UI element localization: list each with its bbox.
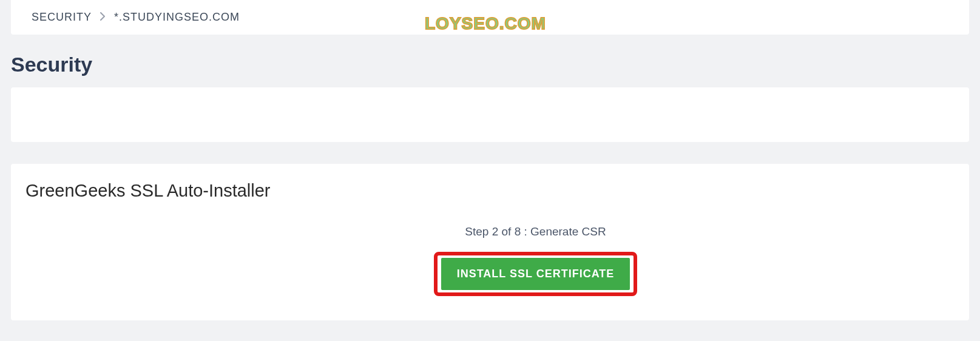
page-title: Security: [11, 53, 969, 76]
breadcrumb-root-link[interactable]: SECURITY: [32, 11, 92, 24]
breadcrumb-current: *.STUDYINGSEO.COM: [114, 11, 240, 24]
step-progress-text: Step 2 of 8 : Generate CSR: [117, 225, 955, 238]
ssl-installer-panel: GreenGeeks SSL Auto-Installer Step 2 of …: [11, 164, 969, 320]
install-ssl-button[interactable]: INSTALL SSL CERTIFICATE: [441, 258, 630, 290]
chevron-right-icon: [100, 12, 106, 22]
install-button-highlight: INSTALL SSL CERTIFICATE: [434, 252, 638, 296]
installer-title: GreenGeeks SSL Auto-Installer: [25, 181, 955, 201]
step-row: Step 2 of 8 : Generate CSR INSTALL SSL C…: [25, 225, 955, 296]
watermark-text: LOYSEO.COM: [425, 14, 546, 33]
empty-panel: [11, 87, 969, 142]
